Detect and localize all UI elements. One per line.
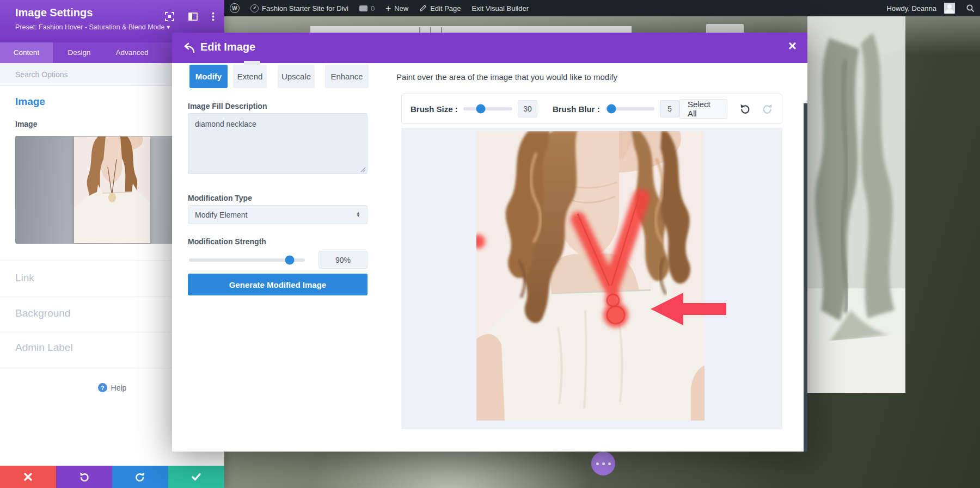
- thumbnail-photo: [74, 137, 150, 243]
- comments-link[interactable]: 0: [354, 0, 380, 16]
- strength-slider[interactable]: [189, 258, 305, 262]
- panel-footer: [0, 466, 224, 488]
- exit-visual-builder-link[interactable]: Exit Visual Builder: [467, 0, 535, 16]
- tab-extend[interactable]: Extend: [233, 65, 267, 88]
- comments-count: 0: [371, 4, 375, 13]
- redo-icon: [135, 472, 145, 482]
- wordpress-menu[interactable]: W: [224, 0, 245, 16]
- select-arrows-icon: ▲▼: [356, 212, 360, 218]
- brush-blur-slider[interactable]: [605, 107, 654, 110]
- admin-search-button[interactable]: [960, 0, 980, 16]
- generate-modified-image-button[interactable]: Generate Modified Image: [188, 274, 367, 295]
- strength-value-box[interactable]: 90%: [318, 251, 367, 269]
- tab-advanced[interactable]: Advanced: [106, 42, 158, 63]
- fill-description-label: Image Fill Description: [188, 102, 267, 110]
- section-toggle-admin-label[interactable]: Admin Label: [15, 342, 73, 354]
- modal-title: Edit Image: [200, 41, 255, 53]
- brush-size-slider-thumb[interactable]: [476, 104, 486, 114]
- check-icon: [192, 473, 201, 481]
- paint-canvas[interactable]: [401, 128, 782, 429]
- tab-upscale[interactable]: Upscale: [278, 65, 315, 88]
- comments-icon: [359, 5, 367, 11]
- brush-blur-value-box[interactable]: 5: [660, 100, 679, 118]
- undo-icon: [739, 103, 750, 114]
- columns-icon[interactable]: [188, 12, 198, 21]
- modification-strength-label: Modification Strength: [188, 237, 266, 246]
- tab-modify[interactable]: Modify: [189, 65, 228, 88]
- undo-icon: [79, 472, 89, 482]
- resize-handle-icon[interactable]: [360, 167, 366, 172]
- brush-blur-slider-thumb[interactable]: [607, 104, 616, 114]
- tab-content[interactable]: Content: [0, 42, 53, 63]
- kebab-menu-icon[interactable]: [212, 12, 215, 21]
- save-button[interactable]: [168, 466, 224, 488]
- focus-icon[interactable]: [165, 12, 174, 21]
- paint-redo-button[interactable]: [762, 103, 773, 114]
- wp-admin-bar: W Fashion Starter Site for Divi 0 New Ed…: [224, 0, 980, 16]
- section-heading-image[interactable]: Image: [15, 96, 45, 108]
- section-toggle-background[interactable]: Background: [15, 307, 70, 319]
- search-icon: [966, 4, 975, 13]
- exit-label: Exit Visual Builder: [472, 4, 529, 13]
- discard-button[interactable]: [0, 466, 56, 488]
- edit-page-link[interactable]: Edit Page: [414, 0, 466, 16]
- site-name: Fashion Starter Site for Divi: [262, 4, 348, 13]
- new-label: New: [394, 4, 408, 13]
- image-field-label: Image: [15, 120, 37, 128]
- modal-header: Edit Image ×: [172, 33, 807, 63]
- edit-image-modal: Edit Image × Modify Extend Upscale Enhan…: [172, 33, 807, 452]
- modification-type-label: Modification Type: [188, 194, 252, 202]
- new-content-menu[interactable]: New: [380, 0, 414, 16]
- wordpress-logo-icon: W: [230, 3, 240, 13]
- selected-option: Modify Element: [195, 211, 247, 219]
- help-icon: [98, 383, 107, 392]
- editable-photo[interactable]: [476, 131, 705, 421]
- avatar: [944, 3, 955, 14]
- fill-description-field: diamond necklace: [188, 113, 367, 174]
- brush-size-value-box[interactable]: 30: [518, 100, 537, 118]
- preset-dropdown[interactable]: Preset: Fashion Hover - Saturation & Ble…: [15, 23, 170, 31]
- pencil-icon: [419, 4, 427, 12]
- paint-undo-button[interactable]: [739, 103, 750, 114]
- visual-builder-screen: W Fashion Starter Site for Divi 0 New Ed…: [0, 0, 980, 488]
- brush-size-label: Brush Size :: [411, 104, 458, 114]
- brush-size-slider[interactable]: [463, 107, 512, 110]
- account-menu[interactable]: Howdy, Deanna: [881, 0, 960, 16]
- redo-button[interactable]: [112, 466, 168, 488]
- modal-scrollbar[interactable]: [804, 103, 807, 452]
- brush-toolbar: Brush Size : 30 Brush Blur : 5 Select Al…: [401, 94, 782, 124]
- strength-slider-thumb[interactable]: [285, 256, 295, 265]
- close-x-icon: [24, 473, 32, 481]
- section-toggle-link[interactable]: Link: [15, 272, 34, 284]
- modification-type-select[interactable]: Modify Element ▲▼: [188, 205, 367, 224]
- close-icon[interactable]: ×: [788, 39, 797, 53]
- help-label: Help: [111, 384, 127, 392]
- more-options-button[interactable]: [591, 452, 615, 475]
- site-link[interactable]: Fashion Starter Site for Divi: [245, 0, 354, 16]
- back-icon[interactable]: [183, 41, 196, 54]
- howdy-label: Howdy, Deanna: [886, 4, 936, 13]
- redo-icon: [762, 103, 773, 114]
- paint-instruction: Paint over the area of the image that yo…: [396, 72, 617, 82]
- fill-description-textarea[interactable]: diamond necklace: [188, 114, 367, 174]
- tab-enhance[interactable]: Enhance: [325, 65, 369, 88]
- background-hero-photo: [807, 16, 905, 393]
- tab-design[interactable]: Design: [53, 42, 106, 63]
- dashboard-icon: [250, 4, 259, 13]
- brush-blur-label: Brush Blur :: [553, 104, 600, 114]
- plus-icon: [385, 4, 391, 13]
- undo-button[interactable]: [56, 466, 112, 488]
- edit-page-label: Edit Page: [430, 4, 461, 13]
- select-all-button[interactable]: Select All: [679, 99, 727, 119]
- panel-title: Image Settings: [15, 7, 93, 19]
